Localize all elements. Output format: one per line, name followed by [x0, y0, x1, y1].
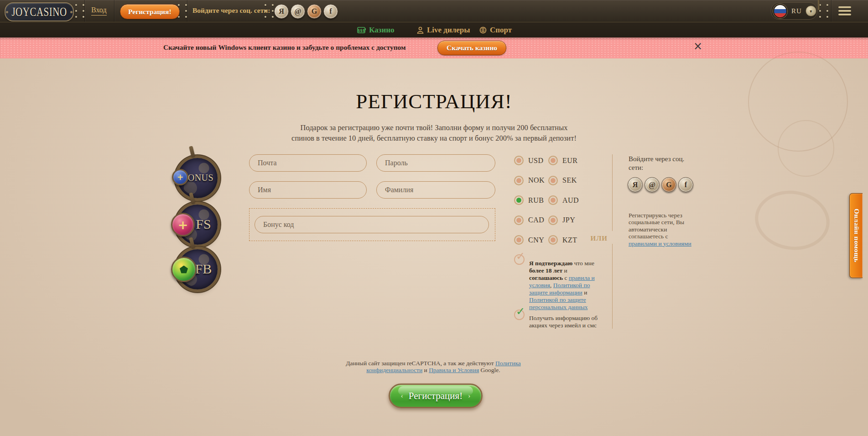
bonus-orb-icon: +: [172, 169, 188, 185]
email-field[interactable]: [249, 154, 367, 172]
panel-seam: [187, 0, 187, 22]
currency-option-aud[interactable]: AUD: [548, 195, 579, 205]
subtitle-line: Подарок за регистрацию уже почти твой! З…: [0, 122, 868, 133]
main-nav: $$$ Казино Live дилеры Спорт: [0, 22, 868, 38]
currency-option-kzt[interactable]: KZT: [548, 235, 579, 245]
social-login-prompt: Войдите через соц. сети:: [192, 6, 270, 15]
pipe-decor: [818, 0, 820, 10]
arrow-left-icon: ‹: [401, 392, 403, 400]
logo-dot: [6, 11, 8, 13]
panel-seam: [114, 0, 114, 22]
google-icon[interactable]: G: [307, 4, 322, 19]
logo-text: JOYCASINO: [11, 5, 67, 19]
rivets-decor: [819, 4, 828, 18]
mail-ru-icon[interactable]: @: [645, 177, 660, 192]
currency-options: USD EUR NOK SEK RUB AUD CAD JPY CNY KZT: [514, 151, 579, 250]
online-help-tab[interactable]: Онлайн помощь: [849, 193, 863, 278]
joycasino-logo[interactable]: JOYCASINO: [5, 2, 74, 21]
arrow-right-icon: ›: [468, 392, 470, 400]
freespins-orb-icon: +: [171, 213, 195, 236]
logo-dot: [70, 11, 73, 13]
radio-icon: [514, 215, 524, 225]
radio-icon: [548, 195, 558, 205]
header-social-icons: Я @ G f: [274, 4, 338, 19]
social-signup-note: Регистрируясь через социальные сети, Вы …: [629, 212, 697, 247]
terms-of-service-link[interactable]: Правила и Условия: [429, 367, 479, 373]
top-bar: JOYCASINO Вход Регистрация! Войдите чере…: [0, 0, 868, 22]
recaptcha-note: Данный сайт защищен reCAPTCHA, а так же …: [338, 360, 529, 374]
slots-icon: $$$: [357, 27, 366, 34]
first-name-field[interactable]: [249, 181, 367, 199]
social-signup-icons: Я @ G f: [628, 177, 693, 192]
bonus-badge: BONUS +: [177, 158, 218, 198]
divider: [612, 154, 613, 231]
menu-icon[interactable]: [838, 6, 851, 17]
russian-flag-icon: [773, 4, 787, 18]
download-casino-button[interactable]: Скачать казино: [437, 41, 506, 55]
age-terms-checkbox[interactable]: ✓: [514, 254, 525, 265]
facebook-icon[interactable]: f: [678, 177, 693, 192]
currency-option-eur[interactable]: EUR: [548, 156, 579, 165]
language-selector[interactable]: RU ▾: [771, 2, 817, 20]
social-signup-title: Войдите через соц. сети:: [629, 155, 697, 172]
registration-page: РЕГИСТРАЦИЯ! Подарок за регистрацию уже …: [0, 58, 868, 436]
currency-option-cny[interactable]: CNY: [514, 235, 548, 245]
freespins-badge: FS +: [177, 205, 218, 245]
page: JOYCASINO Вход Регистрация! Войдите чере…: [0, 0, 868, 436]
bonus-code-field[interactable]: [255, 216, 489, 233]
divider: [612, 244, 613, 329]
stain-decor: [751, 186, 833, 255]
last-name-field[interactable]: [376, 181, 495, 199]
register-button[interactable]: Регистрация!: [120, 4, 180, 19]
ball-icon: [479, 26, 487, 34]
currency-option-cad[interactable]: CAD: [514, 215, 548, 225]
freebet-ball-icon: [171, 257, 197, 282]
tab-label: Спорт: [490, 26, 512, 35]
login-link[interactable]: Вход: [91, 6, 107, 16]
submit-label: Регистрация!: [409, 390, 463, 402]
tab-label: Live дилеры: [427, 26, 470, 35]
online-help-label: Онлайн помощь: [852, 209, 860, 263]
radio-icon: [548, 176, 558, 185]
currency-option-sek[interactable]: SEK: [548, 176, 579, 185]
subtitle-line: спинов в течение 10 дней, бесплатную ста…: [0, 133, 868, 143]
facebook-icon[interactable]: f: [323, 4, 338, 19]
currency-option-jpy[interactable]: JPY: [548, 215, 579, 225]
currency-option-usd[interactable]: USD: [514, 156, 548, 165]
currency-option-nok[interactable]: NOK: [514, 176, 548, 185]
rivets-decor: [75, 4, 84, 18]
submit-registration-button[interactable]: ‹ Регистрация! ›: [389, 383, 483, 408]
svg-text:$$$: $$$: [358, 28, 365, 32]
or-label: ИЛИ: [583, 235, 608, 242]
check-icon-green: ✓: [516, 306, 525, 317]
mail-ru-icon[interactable]: @: [291, 4, 305, 19]
radio-icon: [514, 156, 524, 165]
page-subtitle: Подарок за регистрацию уже почти твой! З…: [0, 122, 868, 143]
check-icon: ✓: [516, 251, 525, 262]
badge-arm-decor: [189, 146, 195, 157]
radio-icon: [514, 235, 524, 245]
page-title: РЕГИСТРАЦИЯ!: [0, 89, 868, 113]
currency-option-rub[interactable]: RUB: [514, 195, 548, 205]
yandex-icon[interactable]: Я: [628, 177, 643, 192]
tab-live-dealers[interactable]: Live дилеры: [417, 22, 470, 38]
dealer-icon: [417, 26, 424, 34]
yandex-icon[interactable]: Я: [274, 4, 289, 19]
panel-seam: [84, 0, 85, 22]
password-field[interactable]: [376, 154, 495, 172]
google-icon[interactable]: G: [661, 177, 676, 192]
chevron-down-icon[interactable]: ▾: [806, 5, 816, 16]
close-icon[interactable]: ×: [693, 41, 702, 52]
tab-label: Казино: [369, 26, 395, 35]
promo-optin-checkbox[interactable]: ✓: [514, 310, 525, 320]
terms-link[interactable]: правилами и условиями: [629, 240, 691, 247]
panel-seam: [831, 0, 832, 22]
personal-data-policy-link[interactable]: Политикой по защите персональных данных: [529, 296, 588, 310]
age-terms-text: Я подтверждаю что мне более 18 лет и сог…: [529, 260, 601, 311]
freebet-badge: FB: [177, 249, 218, 289]
tab-casino[interactable]: $$$ Казино: [357, 22, 395, 38]
radio-icon: [514, 176, 524, 185]
banner-message: Скачайте новый Windows клиент казино и з…: [163, 43, 406, 52]
radio-icon: [548, 235, 558, 245]
tab-sport[interactable]: Спорт: [479, 22, 512, 38]
